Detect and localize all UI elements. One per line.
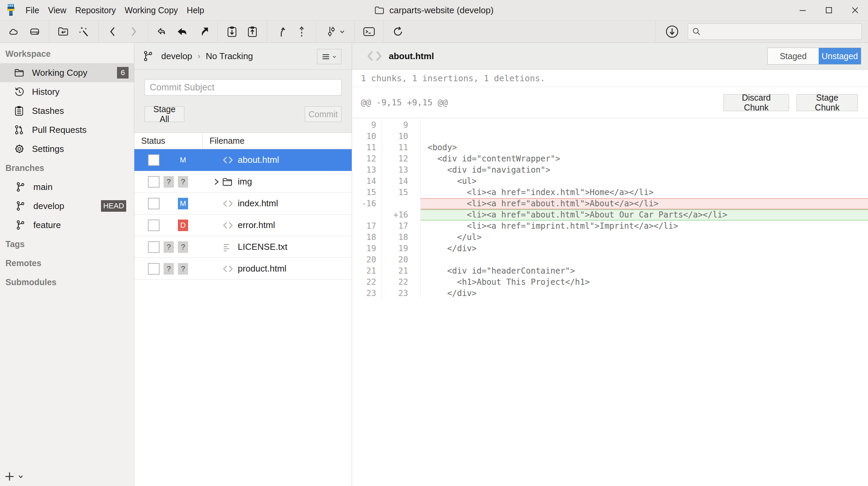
diff-line[interactable]: 9 9 bbox=[352, 120, 868, 131]
local-drive-icon[interactable] bbox=[26, 23, 43, 40]
stage-checkbox[interactable] bbox=[148, 241, 160, 253]
table-row[interactable]: M index.html bbox=[134, 193, 352, 214]
tab-unstaged[interactable]: Unstaged bbox=[819, 48, 861, 64]
stash-pop-icon[interactable] bbox=[244, 23, 261, 40]
branch-options-button[interactable] bbox=[317, 49, 341, 64]
commit-subject-input[interactable] bbox=[145, 79, 341, 96]
diff-line[interactable]: 14 14 <ul> bbox=[352, 176, 868, 187]
old-line-number: -16 bbox=[352, 198, 382, 209]
refresh-icon[interactable] bbox=[389, 23, 406, 40]
status-badge-staged: ? bbox=[164, 263, 174, 275]
fetch-icon[interactable] bbox=[154, 23, 171, 40]
diff-line[interactable]: 17 17 <li><a href="imprint.html">Imprint… bbox=[352, 221, 868, 232]
stash-save-icon[interactable] bbox=[223, 23, 240, 40]
menu-repository[interactable]: Repository bbox=[71, 0, 120, 20]
tab-staged[interactable]: Staged bbox=[768, 48, 819, 64]
diff-line[interactable]: -16 <li><a href="about.html">About</a></… bbox=[352, 198, 868, 209]
magic-wand-icon[interactable] bbox=[76, 23, 93, 40]
section-tags[interactable]: Tags bbox=[0, 235, 134, 254]
column-status[interactable]: Status bbox=[134, 133, 203, 149]
branch-label: feature bbox=[33, 220, 61, 230]
open-repository-icon[interactable] bbox=[55, 23, 72, 40]
sidebar-branch-feature[interactable]: feature bbox=[0, 215, 134, 235]
stage-checkbox[interactable] bbox=[148, 176, 160, 188]
file-type-icon bbox=[222, 221, 234, 230]
sidebar-branch-develop[interactable]: develop HEAD bbox=[0, 196, 134, 215]
table-row[interactable]: ? ? img bbox=[134, 171, 352, 193]
diff-line[interactable]: +16 <li><a href="about.html">About Our C… bbox=[352, 209, 868, 221]
sidebar-item-stashes[interactable]: Stashes bbox=[0, 101, 134, 120]
forward-icon[interactable] bbox=[125, 23, 142, 40]
menu-view[interactable]: View bbox=[44, 0, 71, 20]
stage-checkbox[interactable] bbox=[148, 220, 160, 231]
status-badge-unstaged: ? bbox=[178, 176, 188, 188]
diff-line-text: <li><a href="index.html">Home</a></li> bbox=[421, 187, 868, 198]
diff-line[interactable]: 10 10 bbox=[352, 131, 868, 142]
stage-all-button[interactable]: Stage All bbox=[145, 106, 184, 122]
cloud-icon[interactable] bbox=[6, 23, 23, 40]
diff-line[interactable]: 19 19 </div> bbox=[352, 243, 868, 254]
diff-line[interactable]: 18 18 </ul> bbox=[352, 232, 868, 243]
stage-chunk-button[interactable]: Stage Chunk bbox=[797, 94, 858, 111]
diff-line[interactable]: 11 11 <body> bbox=[352, 142, 868, 153]
sidebar-item-settings[interactable]: Settings bbox=[0, 139, 134, 158]
table-row[interactable]: D error.html bbox=[134, 214, 352, 236]
diff-line[interactable]: 22 22 <h1>About This Project</h1> bbox=[352, 277, 868, 288]
stage-checkbox[interactable] bbox=[148, 154, 160, 166]
close-button[interactable] bbox=[842, 0, 868, 20]
back-icon[interactable] bbox=[104, 23, 121, 40]
app-window: File View Repository Working Copy Help c… bbox=[0, 0, 868, 486]
head-badge: HEAD bbox=[101, 200, 126, 212]
terminal-icon[interactable] bbox=[361, 23, 378, 40]
current-branch[interactable]: develop bbox=[161, 51, 192, 62]
column-filename[interactable]: Filename bbox=[203, 133, 352, 149]
pull-icon[interactable] bbox=[174, 23, 191, 40]
maximize-button[interactable] bbox=[816, 0, 842, 20]
updates-icon[interactable] bbox=[664, 23, 681, 40]
stage-checkbox[interactable] bbox=[148, 198, 160, 209]
gear-icon bbox=[14, 144, 25, 154]
diff-line[interactable]: 21 21 <div id="headerContainer"> bbox=[352, 265, 868, 277]
search-box[interactable] bbox=[688, 23, 862, 40]
diff-line[interactable]: 23 23 </div> bbox=[352, 288, 868, 299]
commit-button[interactable]: Commit bbox=[305, 106, 341, 122]
branches-menu-icon[interactable] bbox=[322, 23, 349, 40]
folder-icon bbox=[374, 6, 385, 15]
branch-icon bbox=[16, 201, 27, 211]
branch-icon bbox=[16, 220, 27, 230]
diff-line[interactable]: 12 12 <div id="contentWrapper"> bbox=[352, 153, 868, 164]
menu-help[interactable]: Help bbox=[182, 0, 208, 20]
diff-line-text: <div id="navigation"> bbox=[421, 164, 868, 176]
sidebar-branch-main[interactable]: main bbox=[0, 177, 134, 196]
section-submodules[interactable]: Submodules bbox=[0, 273, 134, 292]
diff-line-text bbox=[421, 254, 868, 265]
filename: about.html bbox=[238, 155, 279, 165]
table-row[interactable]: ? ? LICENSE.txt bbox=[134, 236, 352, 258]
diff-line[interactable]: 15 15 <li><a href="index.html">Home</a><… bbox=[352, 187, 868, 198]
branch-icon bbox=[16, 182, 27, 192]
discard-chunk-button[interactable]: Discard Chunk bbox=[723, 94, 789, 111]
diff-line[interactable]: 13 13 <div id="navigation"> bbox=[352, 164, 868, 176]
push-icon[interactable] bbox=[195, 23, 212, 40]
sidebar: Workspace Working Copy 6 bbox=[0, 43, 134, 486]
hunk-range: @@ -9,15 +9,15 @@ bbox=[361, 98, 448, 107]
sidebar-item-history[interactable]: History bbox=[0, 82, 134, 101]
minimize-button[interactable] bbox=[789, 0, 816, 20]
diff-line[interactable]: 20 20 bbox=[352, 254, 868, 265]
tracking-status[interactable]: No Tracking bbox=[206, 51, 253, 62]
sidebar-item-working-copy[interactable]: Working Copy 6 bbox=[0, 63, 134, 82]
section-remotes[interactable]: Remotes bbox=[0, 254, 134, 273]
add-repository-button[interactable] bbox=[4, 471, 24, 482]
merge-icon[interactable] bbox=[273, 23, 290, 40]
sidebar-item-pull-requests[interactable]: Pull Requests bbox=[0, 120, 134, 139]
change-count-badge: 6 bbox=[117, 67, 129, 79]
menu-file[interactable]: File bbox=[21, 0, 44, 20]
rebase-icon[interactable] bbox=[293, 23, 310, 40]
old-line-number: 13 bbox=[352, 164, 382, 176]
table-row[interactable]: M about.html bbox=[134, 149, 352, 171]
old-line-number bbox=[352, 209, 382, 221]
stage-checkbox[interactable] bbox=[148, 263, 160, 275]
menu-working-copy[interactable]: Working Copy bbox=[120, 0, 183, 20]
table-row[interactable]: ? ? product.html bbox=[134, 258, 352, 280]
search-input[interactable] bbox=[701, 27, 862, 36]
